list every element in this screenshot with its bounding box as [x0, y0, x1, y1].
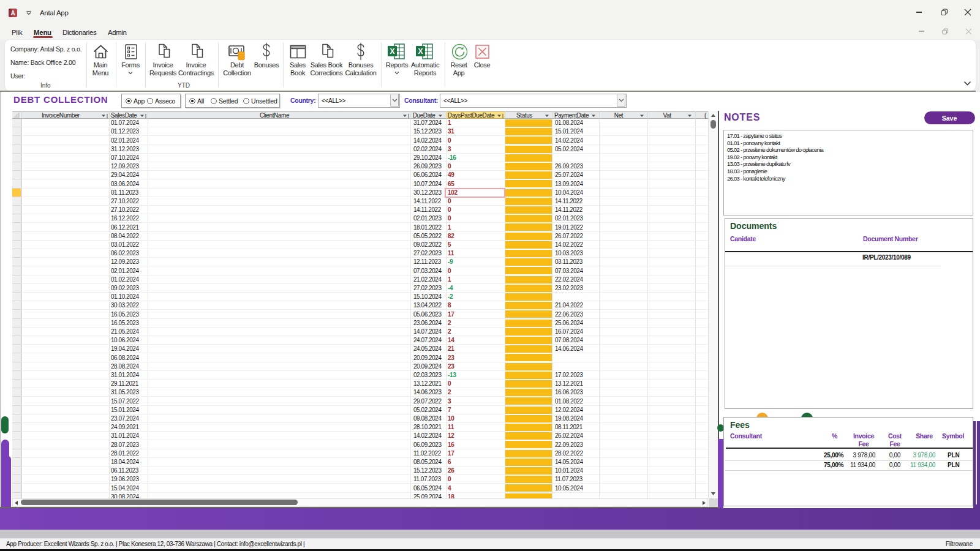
- svg-text:X: X: [418, 47, 423, 56]
- svg-text:X: X: [390, 47, 394, 56]
- svg-text:A: A: [10, 10, 15, 17]
